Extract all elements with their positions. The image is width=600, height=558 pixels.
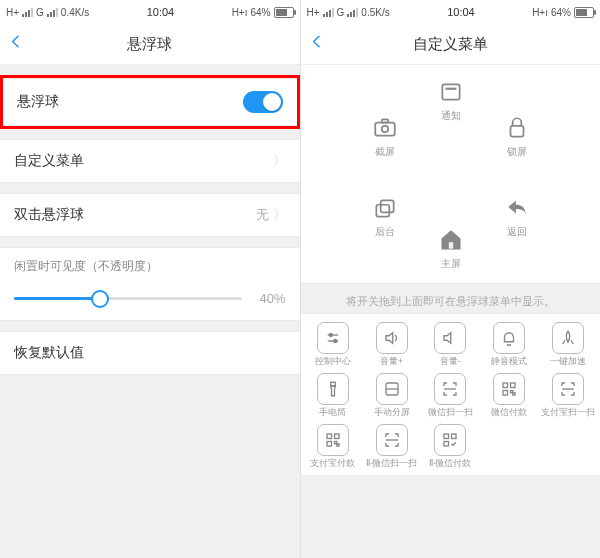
grid-item[interactable]: Ⅱ·微信扫一扫 [363,424,420,469]
status-bar: H+ G 0.5K/s 10:04 H+ı 64% [301,0,601,24]
svg-rect-23 [327,434,332,439]
grid-item[interactable]: 微信扫一扫 [422,373,479,418]
status-time: 10:04 [390,6,532,18]
grid-label: 手动分屏 [374,408,410,418]
qr-scan-icon [552,373,584,405]
page-title: 悬浮球 [127,35,172,54]
status-bar: H+ G 0.4K/s 10:04 H+ı 64% [0,0,300,24]
status-right: H+ı 64% [532,7,594,18]
radial-item-recents[interactable]: 后台 [361,193,409,239]
grid-item[interactable]: 手电筒 [305,373,362,418]
grid-item[interactable]: 支付宝付款 [305,424,362,469]
grid-item[interactable]: 音量- [422,322,479,367]
status-left: H+ G 0.5K/s [307,7,390,18]
battery-icon [274,7,294,18]
svg-point-3 [381,126,388,132]
grid-item[interactable]: 微信付款 [481,373,538,418]
grid-item[interactable]: Ⅱ·微信付款 [422,424,479,469]
radial-item-home[interactable]: 主屏 [427,225,475,271]
svg-rect-18 [510,383,515,388]
svg-rect-31 [444,441,449,446]
grid-label: 静音模式 [491,357,527,367]
shortcut-grid: 控制中心 音量+ 音量- 静音模式 一键加速 手电筒 手动分屏 微信扫一扫 微信… [301,313,601,475]
svg-rect-19 [503,390,508,395]
grid-item[interactable]: 支付宝扫一扫 [539,373,596,418]
back-button[interactable] [8,34,24,55]
signal2-icon [347,7,358,17]
radial-item-lock[interactable]: 锁屏 [493,113,541,159]
row-double-tap[interactable]: 双击悬浮球 无 〉 [0,194,300,236]
rocket-icon [552,322,584,354]
grid-item[interactable]: 静音模式 [481,322,538,367]
grid-item[interactable]: 一键加速 [539,322,596,367]
qr-code-icon [493,373,525,405]
qr-scan-icon [434,373,466,405]
grid-item[interactable]: 音量+ [363,322,420,367]
radial-label: 通知 [441,109,461,123]
lock-icon [502,113,532,143]
home-icon [436,225,466,255]
chevron-right-icon: 〉 [273,152,286,170]
toggle-row-floatball[interactable]: 悬浮球 [3,79,297,125]
grid-label: 支付宝付款 [310,459,355,469]
stack-icon [370,193,400,223]
radial-label: 截屏 [375,145,395,159]
row-restore-defaults[interactable]: 恢复默认值 [0,332,300,374]
row-label: 双击悬浮球 [14,206,84,224]
opacity-slider-box: 闲置时可见度（不透明度） 40% [0,247,300,321]
highlighted-row: 悬浮球 [0,75,300,129]
grid-label: 微信扫一扫 [428,408,473,418]
phone-right: H+ G 0.5K/s 10:04 H+ı 64% 自定义菜单 [300,0,601,558]
radial-item-notify[interactable]: 通知 [427,77,475,123]
battery-pct: 64% [551,7,571,18]
battery-pct: 64% [250,7,270,18]
svg-rect-4 [381,119,388,122]
radial-item-screenshot[interactable]: 截屏 [361,113,409,159]
svg-point-12 [334,340,337,343]
right-content: 通知 截屏 锁屏 后台 返回 [301,65,601,558]
bell-icon [493,322,525,354]
opacity-slider[interactable] [14,297,242,300]
svg-rect-29 [444,434,449,439]
netspeed-label: 0.5K/s [361,7,389,18]
svg-rect-8 [448,242,452,249]
carrier-label: G [36,7,44,18]
svg-rect-0 [442,84,459,99]
grid-label: 音量- [440,357,461,367]
net-icon: H+ [307,7,320,18]
svg-rect-24 [334,434,339,439]
grid-label: 音量+ [380,357,403,367]
hplus-icon: H+ı [232,7,248,18]
netspeed-label: 0.4K/s [61,7,89,18]
grid-label: Ⅱ·微信付款 [429,459,472,469]
radial-label: 主屏 [441,257,461,271]
drag-hint: 将开关拖到上面即可在悬浮球菜单中显示。 [301,284,601,313]
grid-label: 控制中心 [315,357,351,367]
rect-icon [436,77,466,107]
row-label: 恢复默认值 [14,344,84,362]
reply-icon [502,193,532,223]
signal2-icon [47,7,58,17]
row-value: 无 [256,206,269,224]
switch-on[interactable] [243,91,283,113]
svg-point-11 [329,334,332,337]
slider-fill [14,297,100,300]
radial-item-back[interactable]: 返回 [493,193,541,239]
signal-icon [323,7,334,17]
svg-rect-1 [445,88,456,90]
split-screen-icon [376,373,408,405]
svg-rect-2 [375,123,395,136]
screenshots-pair: H+ G 0.4K/s 10:04 H+ı 64% 悬浮球 悬浮球 [0,0,600,558]
svg-rect-6 [376,205,389,217]
svg-rect-27 [337,444,339,446]
title-bar: 悬浮球 [0,24,300,65]
slider-title: 闲置时可见度（不透明度） [14,258,286,275]
slider-thumb[interactable] [91,290,109,308]
title-bar: 自定义菜单 [301,24,601,65]
grid-item[interactable]: 手动分屏 [363,373,420,418]
grid-item[interactable]: 控制中心 [305,322,362,367]
qr-check-icon [434,424,466,456]
row-custom-menu[interactable]: 自定义菜单 〉 [0,140,300,182]
back-button[interactable] [309,34,325,55]
svg-rect-30 [452,434,457,439]
